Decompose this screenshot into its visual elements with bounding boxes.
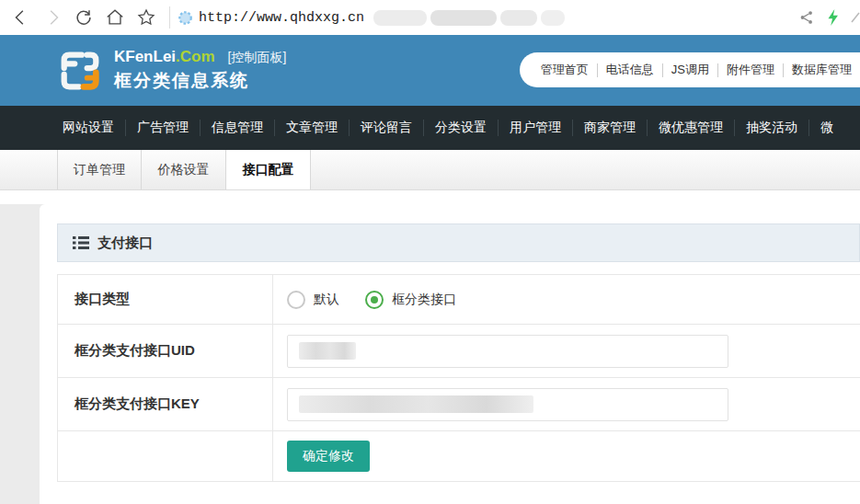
radio-option-kfenlei[interactable]: 框分类接口 — [365, 291, 456, 309]
site-icon — [178, 10, 193, 26]
radio-unchecked-icon[interactable] — [287, 291, 305, 309]
quick-link-js-call[interactable]: JS调用 — [663, 62, 717, 78]
nav-merchant-management[interactable]: 商家管理 — [573, 120, 647, 136]
console-tag: [控制面板] — [228, 50, 287, 66]
redacted-blur — [541, 10, 565, 26]
uid-label: 框分类支付接口UID — [58, 325, 272, 378]
form-row-key: 框分类支付接口KEY — [58, 378, 860, 431]
redacted-blur — [373, 10, 427, 26]
tab-order-management[interactable]: 订单管理 — [57, 150, 142, 189]
share-icon[interactable] — [798, 9, 815, 26]
header-quick-nav: 管理首页 电话信息 JS调用 附件管理 数据库管理 — [520, 52, 860, 87]
brand-name: KFenLei — [114, 48, 176, 66]
nav-site-settings[interactable]: 网站设置 — [52, 120, 125, 136]
nav-lottery[interactable]: 抽奖活动 — [735, 120, 808, 136]
panel-header: 支付接口 — [57, 223, 860, 262]
nav-article-management[interactable]: 文章管理 — [275, 120, 349, 136]
key-redacted-value — [299, 395, 533, 413]
brand-domain: .Com — [176, 48, 215, 66]
bookmark-star-icon[interactable] — [132, 4, 160, 31]
form-row-interface-type: 接口类型 默认 框分类接口 — [58, 275, 860, 325]
redacted-blur — [430, 10, 497, 26]
brand-logo-block[interactable]: KFenLei.Com [控制面板] 框分类信息系统 — [57, 48, 286, 94]
nav-coupon-management[interactable]: 微优惠管理 — [648, 120, 734, 136]
app-header: KFenLei.Com [控制面板] 框分类信息系统 管理首页 电话信息 JS调… — [0, 35, 860, 106]
submit-button[interactable]: 确定修改 — [287, 441, 370, 472]
quick-link-attachments[interactable]: 附件管理 — [718, 62, 783, 78]
quick-link-database[interactable]: 数据库管理 — [784, 62, 860, 78]
tab-price-settings[interactable]: 价格设置 — [142, 150, 226, 189]
payment-interface-form: 接口类型 默认 框分类接口 框分类支付接口UID — [57, 274, 860, 482]
key-input[interactable] — [287, 388, 728, 421]
panel-title: 支付接口 — [97, 235, 153, 252]
nav-category-settings[interactable]: 分类设置 — [424, 120, 498, 136]
interface-type-label: 接口类型 — [58, 275, 272, 325]
content-card: 支付接口 接口类型 默认 框分类接口 — [40, 204, 860, 504]
sub-nav: 订单管理 价格设置 接口配置 — [0, 150, 860, 190]
page-background: 支付接口 接口类型 默认 框分类接口 — [0, 204, 860, 504]
radio-option-default[interactable]: 默认 — [287, 291, 339, 309]
nav-ad-management[interactable]: 广告管理 — [126, 120, 200, 136]
form-row-submit: 确定修改 — [58, 431, 860, 482]
url-redacted-segment — [373, 10, 565, 26]
browser-toolbar: http://www.qhdxxg.cn — [0, 0, 860, 35]
radio-label-default[interactable]: 默认 — [314, 292, 339, 308]
uid-input[interactable] — [287, 335, 728, 368]
address-bar[interactable]: http://www.qhdxxg.cn — [178, 10, 798, 26]
tab-interface-config[interactable]: 接口配置 — [226, 150, 311, 189]
nav-info-management[interactable]: 信息管理 — [201, 120, 274, 136]
form-row-uid: 框分类支付接口UID — [58, 325, 860, 378]
nav-user-management[interactable]: 用户管理 — [499, 120, 572, 136]
nav-comments[interactable]: 评论留言 — [350, 120, 423, 136]
interface-type-radio-group: 默认 框分类接口 — [287, 291, 456, 309]
radio-checked-icon[interactable] — [365, 291, 384, 309]
lightning-icon[interactable] — [826, 8, 840, 27]
redacted-blur — [500, 10, 537, 26]
key-label: 框分类支付接口KEY — [58, 378, 272, 431]
uid-redacted-value — [299, 342, 356, 360]
url-text[interactable]: http://www.qhdxxg.cn — [199, 10, 364, 26]
quick-link-admin-home[interactable]: 管理首页 — [533, 62, 597, 78]
home-icon[interactable] — [101, 4, 129, 31]
list-icon — [73, 235, 89, 250]
back-icon[interactable] — [7, 4, 35, 31]
nav-clipped-item[interactable]: 微 — [809, 120, 844, 136]
reload-icon[interactable] — [70, 4, 97, 31]
toolbar-divider — [169, 6, 170, 29]
radio-label-kfenlei[interactable]: 框分类接口 — [392, 292, 456, 308]
main-nav: 网站设置 广告管理 信息管理 文章管理 评论留言 分类设置 用户管理 商家管理 … — [0, 106, 860, 150]
edge-clipped-icon[interactable] — [851, 9, 860, 26]
forward-icon[interactable] — [39, 4, 66, 31]
quick-link-phone-info[interactable]: 电话信息 — [598, 62, 662, 78]
empty-label-cell — [58, 431, 272, 482]
system-title: 框分类信息系统 — [114, 69, 286, 93]
kfenlei-logo-icon — [57, 48, 103, 94]
